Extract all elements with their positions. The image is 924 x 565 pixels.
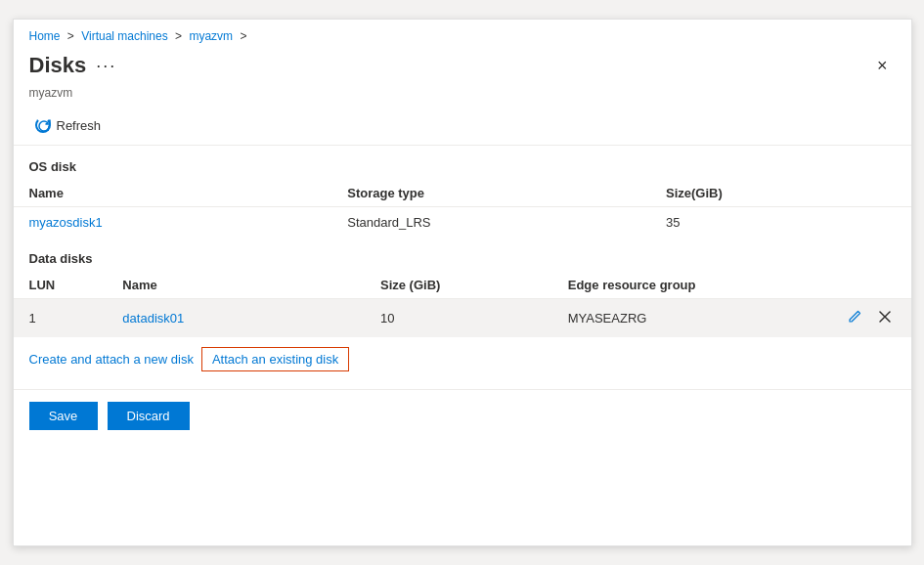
- os-disk-col-storage: Storage type: [331, 180, 650, 207]
- toolbar: Refresh: [14, 108, 911, 146]
- breadcrumb-virtual-machines[interactable]: Virtual machines: [81, 29, 168, 43]
- save-button[interactable]: Save: [29, 402, 98, 430]
- data-disks-table: LUN Name Size (GiB) Edge resource group …: [14, 272, 911, 337]
- breadcrumb-home[interactable]: Home: [29, 29, 61, 43]
- close-button[interactable]: ×: [869, 53, 896, 78]
- data-disks-section-title: Data disks: [14, 238, 911, 272]
- action-buttons: [825, 307, 895, 329]
- more-options-icon[interactable]: ···: [96, 56, 116, 76]
- delete-disk-button[interactable]: [874, 308, 896, 328]
- page-title: Disks: [29, 53, 87, 78]
- data-disk-row: 1 datadisk01 10 MYASEAZRG: [14, 299, 911, 338]
- data-disk-name: datadisk01: [107, 299, 365, 338]
- data-disk-name-link[interactable]: datadisk01: [122, 311, 184, 326]
- os-disk-name-link[interactable]: myazosdisk1: [29, 215, 103, 230]
- data-disk-size: 10: [365, 299, 552, 338]
- panel-header: Disks ··· ×: [14, 49, 911, 86]
- os-disk-name: myazosdisk1: [14, 207, 332, 239]
- os-disk-row: myazosdisk1 Standard_LRS 35: [14, 207, 911, 239]
- breadcrumb: Home > Virtual machines > myazvm >: [14, 20, 911, 49]
- refresh-button[interactable]: Refresh: [29, 113, 108, 137]
- data-disk-edge-rg: MYASEAZRG: [552, 299, 811, 338]
- breadcrumb-vm-name[interactable]: myazvm: [189, 29, 233, 43]
- refresh-icon: [35, 117, 51, 133]
- os-disk-size: 35: [650, 207, 911, 239]
- edit-disk-button[interactable]: [843, 307, 866, 329]
- data-disk-lun: 1: [14, 299, 108, 338]
- data-disks-actions: Create and attach a new disk Attach an e…: [14, 337, 911, 381]
- header-left: Disks ···: [29, 53, 117, 78]
- data-disk-col-actions: [810, 272, 910, 299]
- data-disk-col-size: Size (GiB): [365, 272, 552, 299]
- os-disk-section-title: OS disk: [14, 146, 911, 180]
- create-attach-new-disk-link[interactable]: Create and attach a new disk: [29, 352, 194, 367]
- panel-subtitle: myazvm: [14, 86, 911, 108]
- data-disk-col-name: Name: [107, 272, 365, 299]
- breadcrumb-sep2: >: [175, 29, 182, 43]
- breadcrumb-sep3: >: [240, 29, 246, 43]
- footer: Save Discard: [14, 389, 911, 442]
- refresh-label: Refresh: [57, 118, 102, 133]
- data-disk-col-edge: Edge resource group: [552, 272, 811, 299]
- os-disk-table: Name Storage type Size(GiB) myazosdisk1 …: [14, 180, 911, 238]
- data-disk-col-lun: LUN: [14, 272, 108, 299]
- os-disk-col-size: Size(GiB): [650, 180, 911, 207]
- discard-button[interactable]: Discard: [108, 402, 190, 430]
- breadcrumb-sep1: >: [67, 29, 74, 43]
- attach-existing-disk-button[interactable]: Attach an existing disk: [201, 347, 349, 371]
- data-disk-actions: [810, 299, 910, 338]
- disks-panel: Home > Virtual machines > myazvm > Disks…: [13, 19, 912, 546]
- os-disk-col-name: Name: [14, 180, 332, 207]
- os-disk-storage-type: Standard_LRS: [331, 207, 650, 239]
